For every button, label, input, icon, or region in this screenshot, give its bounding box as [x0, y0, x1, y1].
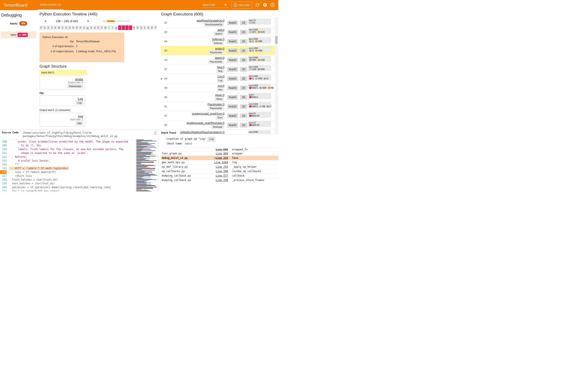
timeline-slider[interactable]	[102, 21, 130, 22]
source-file-stepper[interactable]: ▲▼	[154, 131, 157, 135]
exec-cell[interactable]: S	[43, 25, 46, 30]
op-name[interactable]: add/ReadVariableOp:0	[172, 19, 224, 22]
code-line[interactable]: loss = tf.reduce_mean(diff)	[9, 170, 135, 174]
exec-cell[interactable]: S	[50, 25, 54, 30]
help-icon[interactable]: ?	[270, 2, 275, 8]
exec-cell[interactable]: !	[118, 25, 121, 30]
exec-cell[interactable]: m	[115, 25, 118, 30]
exec-cell[interactable]: -	[129, 25, 132, 30]
graph-exec-row[interactable]: 90Mean:0Meanfloat320Dsize:1NaN×1	[161, 93, 277, 102]
exec-cell[interactable]: R	[54, 25, 57, 30]
stack-frame[interactable]: dumping_callback.pyLine 577callback	[161, 173, 278, 178]
slider-thumb[interactable]	[107, 20, 115, 22]
exec-cell[interactable]: A	[90, 25, 93, 30]
upload-button[interactable]: UPLOAD	[231, 2, 252, 8]
exec-cell[interactable]: -	[122, 25, 125, 30]
code-line[interactable]: train_batches = iter(train_ds)	[9, 178, 135, 182]
refresh-icon[interactable]	[255, 2, 260, 8]
exec-cell[interactable]: A	[93, 25, 96, 30]
code-line[interactable]: diff = -labels * tf.math.log(probs)	[9, 166, 135, 170]
stack-frame[interactable]: op_def_library.pyLine 755_apply_op_helpe…	[161, 165, 278, 169]
stack-frame[interactable]: dumping_callback.pyLine 258_process_stac…	[161, 178, 278, 182]
code-line[interactable]: optimizer = tf.optimizers.Adam(learning_…	[9, 185, 135, 189]
op-name[interactable]: mul:0	[172, 84, 224, 87]
exec-cell[interactable]: R	[136, 25, 139, 30]
exec-cell[interactable]: R	[133, 25, 136, 30]
op-name[interactable]: Neg:0	[172, 66, 224, 69]
exec-cell[interactable]: M	[104, 25, 107, 30]
exec-cell[interactable]: A	[140, 25, 143, 30]
op-node[interactable]: Log Log	[40, 95, 85, 106]
code-line[interactable]: A scalar loss tensor.	[9, 159, 135, 163]
exec-cell[interactable]: m	[86, 25, 89, 30]
code-minimap[interactable]	[135, 139, 159, 191]
frame-line[interactable]: ↓Line 216	[209, 156, 230, 159]
graph-exec-row[interactable]: 82add/ReadVariableOp:0ReadVariableOpfloa…	[161, 18, 277, 28]
op-name[interactable]: Log:0	[172, 75, 224, 78]
frame-line[interactable]: Line 969	[209, 152, 230, 155]
gear-icon[interactable]	[263, 2, 267, 8]
code-line[interactable]: return loss	[9, 174, 135, 178]
scrollbar-thumb[interactable]	[275, 36, 278, 44]
graph-exec-row[interactable]: 91Placeholder:0Placeholderfloat322Dsize:…	[161, 102, 277, 111]
exec-cell[interactable]: M	[57, 25, 61, 30]
exec-cell[interactable]: C	[143, 25, 146, 30]
frame-line[interactable]: Line 258	[209, 179, 230, 182]
exec-cell[interactable]: I	[111, 25, 114, 30]
chevron-up-icon[interactable]: ▲	[154, 131, 157, 133]
op-name[interactable]: Mean:0	[172, 93, 224, 97]
run-dropdown[interactable]: INACTIVE ▼	[203, 2, 228, 8]
exec-cell[interactable]: P	[40, 25, 43, 30]
graph-exec-row[interactable]: 86labels:0Placeholderfloat322Dsize:1000×…	[161, 56, 277, 65]
graph-exec-row[interactable]: 84Softmax:0Softmaxfloat322Dsize:1000×1 ×…	[161, 37, 277, 46]
code-line[interactable]: for i in range(FLAGS.max_steps):	[9, 189, 135, 191]
code-body[interactable]: probs: Class probabilities predicted by …	[8, 139, 135, 191]
op-name[interactable]: Placeholder:0	[172, 103, 224, 106]
output-node[interactable]: mul Input slot: 1 Mul	[40, 113, 85, 127]
exec-cell[interactable]: S	[65, 25, 68, 30]
stack-frame[interactable]: gen_math_ops.pyLine 5264log	[161, 160, 278, 165]
graph-exec-row[interactable]: 87Neg:0Negfloat322Dsize:1000×100 ×900	[161, 65, 277, 74]
stack-frame[interactable]: op_callbacks.pyLine 208invoke_op_callbac…	[161, 169, 278, 173]
op-name[interactable]: gradients/add_grad/Reshape:0	[172, 121, 224, 125]
exec-cell[interactable]: R	[147, 25, 150, 30]
code-line[interactable]: """	[9, 163, 135, 166]
op-name[interactable]: labels:0	[172, 56, 224, 59]
code-line[interactable]: test_batches = iter(test_ds)	[9, 182, 135, 185]
op-name[interactable]: Softmax:0	[172, 38, 224, 41]
exec-cell[interactable]: R	[72, 25, 75, 30]
op-name[interactable]: probs:0	[172, 47, 224, 50]
graph-exec-row[interactable]: 89mul:0Mulfloat322Dsize:1000NaN×1 ×904 ×…	[161, 83, 277, 93]
stack-frame[interactable]: debug_mnist_v2.py↓Line 216loss	[161, 156, 278, 160]
exec-cell[interactable]: A	[83, 25, 86, 30]
tab-debugger[interactable]: DEBUGGER V2	[37, 0, 63, 10]
exec-cell[interactable]: I	[107, 25, 111, 30]
frame-line[interactable]: Line 5264	[209, 161, 230, 164]
code-line[interactable]: probs: Class probabilities predicted by …	[9, 140, 135, 144]
code-line[interactable]: Returns:	[9, 155, 135, 159]
code-line[interactable]: labels: Truth labels for the classes, as…	[9, 147, 135, 151]
page-next-button[interactable]: >	[87, 19, 89, 23]
code-line[interactable]: to be (?, 10).	[9, 144, 135, 147]
input-node[interactable]: probs Output slot: 0 Placeholder	[40, 76, 85, 90]
exec-cell[interactable]: E	[97, 25, 100, 30]
stack-frame[interactable]: Line 600wrapped_fn	[161, 148, 278, 151]
exec-cell[interactable]: R	[79, 25, 82, 30]
alert-type-nan[interactable]: NaN/∞: 499	[1, 31, 36, 38]
exec-cell[interactable]: R	[75, 25, 78, 30]
stack-frame[interactable]: func_graph.pyLine 969wrapper	[161, 151, 278, 156]
exec-cell[interactable]: P	[154, 25, 157, 30]
chevron-down-icon[interactable]: ▼	[154, 133, 157, 135]
exec-cell[interactable]: S	[47, 25, 50, 30]
graph-exec-scrollbar[interactable]	[275, 17, 278, 135]
graph-exec-row[interactable]: 92gradients/add_grad/Sum:0Sumfloat321Dsi…	[161, 111, 277, 121]
graph-exec-row[interactable]: ▶88Log:0Logfloat322Dsize:1000×1 ×994 ×5	[161, 74, 277, 83]
frame-line[interactable]: Line 600	[209, 148, 230, 151]
op-name[interactable]: gradients/add_grad/Sum:0	[172, 112, 224, 115]
exec-cell[interactable]: -	[125, 25, 128, 30]
graph-exec-row[interactable]: 93gradients/add_grad/Reshape:0Reshapeflo…	[161, 121, 277, 130]
page-prev-button[interactable]: <	[45, 19, 46, 23]
exec-cell[interactable]: R	[68, 25, 71, 30]
exec-cell[interactable]: R	[150, 25, 154, 30]
code-line[interactable]: shape is expected to be the same as `pro…	[9, 151, 135, 155]
